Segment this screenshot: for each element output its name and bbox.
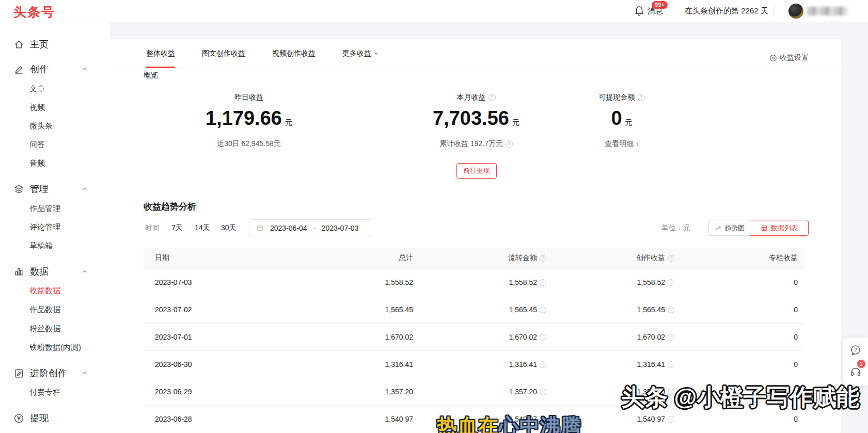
sidebar-item-creation[interactable]: 创作 <box>0 60 110 78</box>
info-icon[interactable]: i <box>540 334 546 341</box>
tab-overall-earnings[interactable]: 整体收益 <box>146 39 175 68</box>
card-label: 昨日收益 <box>234 93 263 102</box>
bar-chart-icon <box>13 266 24 277</box>
bell-icon[interactable] <box>634 5 645 17</box>
table-grid-icon <box>761 224 768 232</box>
time-option-30d[interactable]: 30天 <box>221 223 236 233</box>
home-icon <box>13 39 24 50</box>
help-icon[interactable]: ? <box>540 255 546 262</box>
avatar[interactable] <box>788 4 803 19</box>
sidebar-item-data[interactable]: 数据 <box>0 262 110 281</box>
cell-total: 1,357.20 <box>279 388 413 396</box>
cell-total: 1,558.52 <box>279 278 413 286</box>
info-icon[interactable]: i <box>540 361 546 368</box>
data-list-view-button[interactable]: 数据列表 <box>750 220 809 236</box>
messages-badge: 99+ <box>652 1 668 9</box>
sidebar-item-paid-column[interactable]: 付费专栏 <box>0 383 110 402</box>
chevron-right-icon: › <box>636 140 639 148</box>
card-month-earnings: 本月收益? 7,703.56元 累计收益 192.7万元? <box>399 93 554 149</box>
sidebar-item-home[interactable]: 主页 <box>0 35 110 54</box>
date-end: 2023-07-03 <box>322 224 359 232</box>
sidebar-item-label: 管理 <box>30 183 49 195</box>
tab-label: 更多收益 <box>342 49 371 58</box>
time-option-7d[interactable]: 7天 <box>171 223 183 233</box>
trend-chart-view-button[interactable]: 趋势图 <box>708 220 750 236</box>
date-start: 2023-06-04 <box>270 224 307 232</box>
sidebar-item-fans-data[interactable]: 粉丝数据 <box>0 319 110 338</box>
sidebar-item-withdraw[interactable]: 提现 <box>0 409 110 427</box>
cell-date: 2023-07-02 <box>155 306 279 314</box>
unit-label: 元 <box>285 118 292 126</box>
cell-creation: 1,558.52i <box>546 278 674 286</box>
info-icon[interactable]: i <box>668 279 674 286</box>
info-icon[interactable]: i <box>668 416 674 423</box>
help-icon[interactable]: ? <box>506 140 513 148</box>
info-icon[interactable]: i <box>668 361 674 368</box>
info-icon[interactable]: i <box>540 279 546 286</box>
button-label: 数据列表 <box>771 223 798 233</box>
header-date: 日期 <box>155 253 279 263</box>
brand-watermark: 头条 @小橙子写作赋能 <box>621 382 859 413</box>
go-withdraw-button[interactable]: 前往提现 <box>456 163 497 179</box>
unit-label: 单位：元 <box>661 223 690 233</box>
cell-total: 1,316.41 <box>279 360 413 368</box>
overview-section-label: 概览 <box>144 71 158 80</box>
sidebar-item-articles[interactable]: 文章 <box>0 79 110 98</box>
cell-column: 0 <box>674 306 798 314</box>
support-badge: 2 <box>857 360 865 368</box>
sidebar-item-drafts[interactable]: 草稿箱 <box>0 236 110 255</box>
doc-edit-icon <box>13 368 24 379</box>
table-row: 2023-07-01 1,670.02 1,670.02i 1,670.02i … <box>144 323 804 350</box>
sidebar-item-qa[interactable]: 问答 <box>0 135 110 154</box>
sidebar-item-comments-manage[interactable]: 评论管理 <box>0 218 110 236</box>
settings-icon <box>769 54 777 62</box>
sidebar-item-superfans-data[interactable]: 铁粉数据(内测) <box>0 338 110 357</box>
help-icon[interactable]: ? <box>668 255 674 262</box>
toutiao-logo[interactable]: 头条号 <box>13 4 55 21</box>
earnings-settings-button[interactable]: 收益设置 <box>769 53 809 62</box>
header-total: 总计 <box>279 253 413 263</box>
info-icon[interactable]: i <box>668 334 674 341</box>
help-bubble-icon[interactable]: ? <box>849 344 862 357</box>
sidebar-item-label: 主页 <box>30 38 49 51</box>
header-creation: 创作收益? <box>546 253 674 263</box>
cell-column: 0 <box>674 360 798 368</box>
cell-total: 1,565.45 <box>279 306 413 314</box>
card-value: 7,703.56元 <box>433 106 519 134</box>
table-row: 2023-07-02 1,565.45 1,565.45i 1,565.45i … <box>144 296 804 323</box>
time-filter-label: 时间 <box>145 223 160 233</box>
help-icon[interactable]: ? <box>488 94 496 101</box>
sidebar-item-videos[interactable]: 视频 <box>0 98 110 117</box>
sidebar-item-microtoutiao[interactable]: 微头条 <box>0 117 110 135</box>
sidebar-item-advanced-creation[interactable]: 进阶创作 <box>0 364 110 382</box>
cell-creation: 1,565.45i <box>546 306 674 314</box>
earnings-tabs: 整体收益 图文创作收益 视频创作收益 更多收益 <box>146 39 379 68</box>
cell-transfer: 1,670.02i <box>413 333 546 341</box>
cell-column: 0 <box>674 278 798 286</box>
tab-article-earnings[interactable]: 图文创作收益 <box>202 39 245 68</box>
sidebar-item-works-data[interactable]: 作品数据 <box>0 300 110 319</box>
tab-label: 图文创作收益 <box>202 49 245 58</box>
card-subtext: 近30日 62,945.58元 <box>217 139 281 149</box>
subtitle-watermark: 热血在心中沸腾 <box>437 412 581 433</box>
tab-video-earnings[interactable]: 视频创作收益 <box>272 39 315 68</box>
sidebar-item-label: 创作 <box>30 63 49 75</box>
sidebar-item-earnings-data[interactable]: 收益数据 <box>0 281 110 300</box>
username-blurred[interactable] <box>807 7 847 15</box>
date-range-picker[interactable]: 2023-06-04 ~ 2023-07-03 <box>249 219 371 236</box>
info-icon[interactable]: i <box>668 307 674 313</box>
sidebar-item-works-manage[interactable]: 作品管理 <box>0 199 110 218</box>
calendar-icon <box>256 224 264 232</box>
tab-more-earnings[interactable]: 更多收益 <box>342 39 379 68</box>
info-icon[interactable]: i <box>540 307 546 313</box>
info-icon[interactable]: i <box>540 389 546 395</box>
cell-creation: 1,316.41i <box>546 360 674 368</box>
view-details-link[interactable]: 查看明细› <box>605 139 639 149</box>
creation-days-text: 在头条创作的第 2262 天 <box>685 6 768 16</box>
cell-transfer: 1,357.20i <box>413 388 546 396</box>
chevron-down-icon <box>373 51 379 56</box>
sidebar-item-audio[interactable]: 音频 <box>0 154 110 172</box>
help-icon[interactable]: ? <box>638 94 645 101</box>
sidebar-item-manage[interactable]: 管理 <box>0 180 110 198</box>
time-option-14d[interactable]: 14天 <box>195 223 210 233</box>
